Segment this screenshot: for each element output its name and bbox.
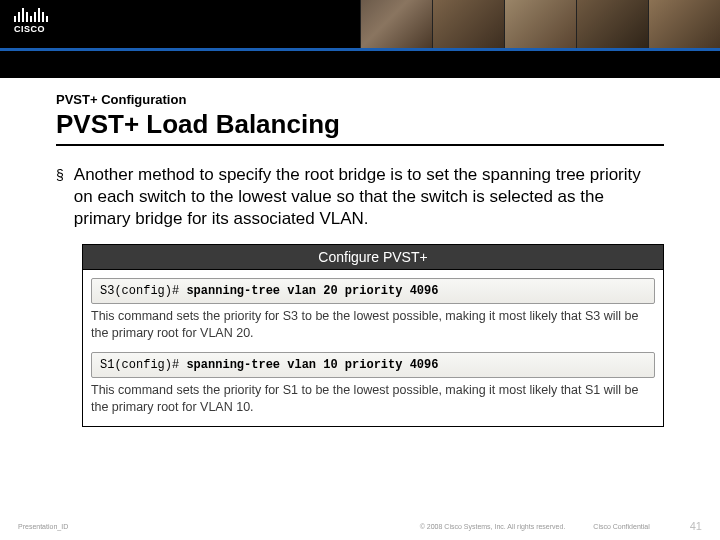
- slide-content: PVST+ Configuration PVST+ Load Balancing…: [0, 78, 720, 427]
- footer-copyright: © 2008 Cisco Systems, Inc. All rights re…: [420, 523, 566, 530]
- cli-prompt: S1(config)#: [100, 358, 179, 372]
- bullet-mark-icon: §: [56, 164, 64, 230]
- header-bar: CISCO: [0, 0, 720, 78]
- logo-text: CISCO: [14, 24, 48, 34]
- slide-footer: Presentation_ID © 2008 Cisco Systems, In…: [0, 520, 720, 532]
- cli-command: spanning-tree vlan 20 priority 4096: [186, 284, 438, 298]
- footer-confidential: Cisco Confidential: [593, 523, 649, 530]
- cli-note-1: This command sets the priority for S3 to…: [91, 308, 655, 342]
- cli-command: spanning-tree vlan 10 priority 4096: [186, 358, 438, 372]
- cli-note-2: This command sets the priority for S1 to…: [91, 382, 655, 416]
- cli-prompt: S3(config)#: [100, 284, 179, 298]
- section-kicker: PVST+ Configuration: [56, 92, 664, 107]
- bullet-text: Another method to specify the root bridg…: [74, 164, 664, 230]
- config-panel: Configure PVST+ S3(config)# spanning-tre…: [82, 244, 664, 427]
- cisco-logo: CISCO: [14, 6, 48, 34]
- page-title: PVST+ Load Balancing: [56, 109, 664, 146]
- panel-heading: Configure PVST+: [83, 245, 663, 270]
- footer-presentation-id: Presentation_ID: [18, 523, 68, 530]
- cli-line-2: S1(config)# spanning-tree vlan 10 priori…: [91, 352, 655, 378]
- header-photo-strip: [360, 0, 720, 48]
- logo-bars-icon: [14, 6, 48, 22]
- header-accent-rule: [0, 48, 720, 51]
- cli-line-1: S3(config)# spanning-tree vlan 20 priori…: [91, 278, 655, 304]
- panel-body: S3(config)# spanning-tree vlan 20 priori…: [83, 270, 663, 426]
- footer-page-number: 41: [690, 520, 702, 532]
- bullet-item: § Another method to specify the root bri…: [56, 164, 664, 230]
